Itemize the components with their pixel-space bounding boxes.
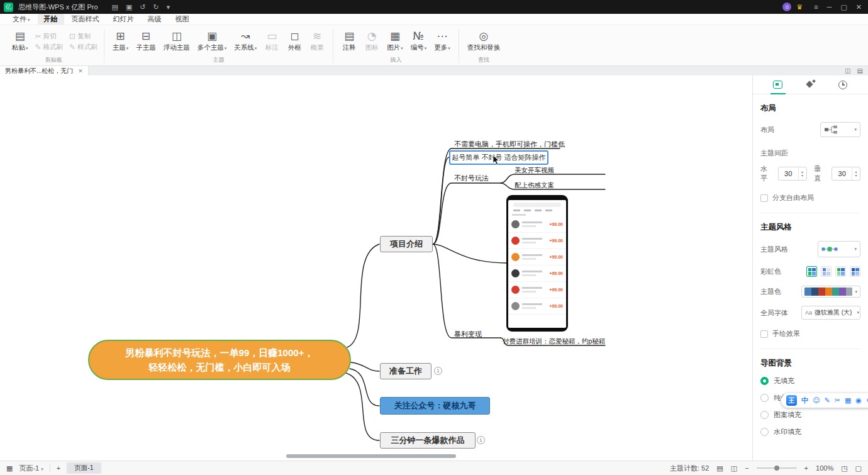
ime-mode-toggle[interactable]: 中 — [801, 397, 808, 404]
theme-color-dropdown[interactable]: ▾ — [801, 286, 860, 298]
save-icon[interactable]: ▤ — [112, 3, 118, 11]
minimize-button[interactable]: ─ — [827, 3, 832, 11]
free-layout-checkbox[interactable] — [760, 194, 768, 202]
mindmap-canvas[interactable]: 男粉暴利不封号玩法，一单99，日赚1000+， 轻轻松松，无门槛，小白即可入场 … — [0, 75, 752, 461]
node-paid-group-training[interactable]: 付费进群培训：恋爱秘籍，约p秘籍 — [503, 337, 605, 346]
cut-icon: ✂ — [35, 32, 42, 41]
bg-option-watermark[interactable]: 水印填充 — [760, 427, 860, 437]
style-painter-button[interactable]: ✎样式刷 — [69, 43, 97, 52]
node-sad-caption[interactable]: 配上伤感文案 — [515, 181, 554, 190]
zoom-out-button[interactable]: − — [745, 464, 748, 472]
bg-option-pattern[interactable]: 图案填充 — [760, 410, 860, 420]
ime-toolbar[interactable]: 王 中 ☺ ✎ ✂ ▦ ◉ ⚙ — [781, 393, 868, 408]
global-font-dropdown[interactable]: Aa 微软雅黑 (大) ▾ — [801, 306, 860, 320]
frame-button[interactable]: ◻外框 — [284, 28, 305, 54]
page-grid-icon[interactable]: ▦ — [6, 464, 13, 472]
ime-pen-icon[interactable]: ✎ — [824, 397, 830, 404]
menu-tab-file[interactable]: 文件▾ — [6, 14, 36, 25]
hand-drawn-checkbox[interactable] — [760, 330, 768, 338]
node-official-account[interactable]: 关注公众号：硬核九哥 — [380, 397, 490, 415]
rainbow-palette-3[interactable] — [835, 266, 846, 277]
central-topic-node[interactable]: 男粉暴利不封号玩法，一单99，日赚1000+， 轻轻松松，无门槛，小白即可入场 — [88, 340, 351, 380]
ime-emoji-icon[interactable]: ☺ — [813, 397, 820, 404]
maximize-button[interactable]: ▢ — [840, 3, 847, 11]
vip-icon[interactable]: ♛ — [796, 3, 803, 11]
multi-topic-button[interactable]: ▣多个主题▾ — [194, 28, 230, 54]
quick-access-caret-icon[interactable]: ▾ — [167, 3, 170, 11]
node-profit-monetization[interactable]: 暴利变现 — [454, 330, 482, 339]
node-beauty-video[interactable]: 美女开车视频 — [515, 166, 554, 175]
summary-button[interactable]: ≋概要 — [306, 28, 328, 54]
callout-button[interactable]: ▭标注 — [261, 28, 282, 54]
ime-scissors-icon[interactable]: ✂ — [835, 397, 840, 404]
bg-option-none[interactable]: 无填充 — [760, 376, 860, 386]
tab-ai-beautify[interactable] — [798, 75, 823, 94]
ime-logo[interactable]: 王 — [786, 395, 797, 406]
horizontal-spacing-stepper[interactable]: 30 ▴▾ — [778, 167, 807, 181]
phone-screenshot-image[interactable]: +99.00 +99.00 +99.00 +99.00 +99.00 +99.0… — [506, 195, 568, 332]
rainbow-palette-1[interactable] — [806, 266, 817, 277]
topic-button[interactable]: ⊞主题▾ — [109, 28, 132, 54]
menu-tab-advanced[interactable]: 高级 — [142, 14, 168, 25]
zoom-level[interactable]: 100% — [816, 464, 833, 472]
menu-tab-view[interactable]: 视图 — [169, 14, 196, 25]
vertical-spacing-stepper[interactable]: 30 ▴▾ — [832, 167, 860, 181]
node-no-ban-method[interactable]: 不封号玩法 — [454, 174, 489, 183]
node-three-minute-work[interactable]: 三分钟一条爆款作品 — [380, 432, 476, 449]
ime-keyboard-icon[interactable]: ▦ — [845, 397, 851, 404]
note-button[interactable]: ▤注释 — [338, 28, 360, 54]
fit-screen-icon[interactable]: ◳ — [841, 464, 847, 472]
chevron-down-icon: ▾ — [854, 127, 857, 132]
floating-topic-button[interactable]: ◫浮动主题 — [160, 28, 193, 54]
layout-dropdown[interactable]: ▾ — [820, 122, 860, 137]
rainbow-palette-4[interactable] — [850, 266, 860, 277]
hamburger-menu-icon[interactable]: ≡ — [814, 3, 818, 11]
node-preparation[interactable]: 准备工作 — [380, 363, 431, 379]
find-replace-button[interactable]: ◎查找和替换 — [464, 28, 504, 54]
chevron-down-icon: ▾ — [857, 310, 859, 315]
menu-tab-slides[interactable]: 幻灯片 — [107, 14, 140, 25]
zoom-slider-knob[interactable] — [774, 466, 779, 471]
numbering-button[interactable]: №编号▾ — [408, 28, 430, 54]
theme-style-dropdown[interactable]: ▾ — [818, 241, 860, 257]
transaction-row: +99.00 — [508, 282, 566, 298]
zoom-in-button[interactable]: + — [804, 464, 808, 472]
tab-history[interactable] — [830, 75, 855, 94]
undo-icon[interactable]: ↺ — [140, 3, 145, 11]
node-no-pc-needed[interactable]: 不需要电脑，手机即可操作，门槛低 — [454, 140, 565, 149]
cut-button[interactable]: ✂剪切 — [35, 32, 64, 41]
more-button[interactable]: ⋯更多▾ — [431, 28, 453, 54]
zoom-slider[interactable] — [757, 467, 797, 469]
image-button[interactable]: ▦图片▾ — [384, 28, 406, 54]
format-painter-button[interactable]: ✎格式刷 — [35, 43, 64, 52]
print-icon[interactable]: ▣ — [126, 3, 132, 11]
mouse-cursor — [492, 155, 501, 165]
ime-skin-icon[interactable]: ◉ — [855, 397, 862, 404]
panel-list-icon[interactable]: ▤ — [857, 67, 863, 74]
document-tab[interactable]: 男粉暴利不...松松，无门 ✕ — [0, 66, 89, 75]
page-selector[interactable]: 页面-1 ▾ — [19, 464, 43, 473]
tab-style[interactable] — [765, 75, 791, 94]
node-project-intro[interactable]: 项目介绍 — [380, 236, 433, 252]
horizontal-scrollbar[interactable] — [286, 454, 456, 458]
window-split-icon[interactable]: ◫ — [845, 67, 850, 74]
rainbow-palette-2[interactable] — [821, 266, 832, 277]
close-button[interactable]: ✕ — [856, 3, 862, 11]
user-avatar[interactable]: ☺ — [782, 3, 791, 11]
paste-button[interactable]: ▤ 粘贴▾ — [9, 28, 31, 54]
menu-tab-home[interactable]: 开始 — [38, 14, 64, 25]
page-tab[interactable]: 页面-1 — [67, 462, 101, 474]
menu-tab-page-style[interactable]: 页面样式 — [65, 14, 106, 25]
app-logo[interactable]: 亿 — [4, 3, 13, 12]
outline-view-icon[interactable]: ◫ — [731, 464, 737, 472]
page-view-icon[interactable]: ▤ — [716, 464, 723, 472]
redo-icon[interactable]: ↻ — [153, 3, 159, 11]
close-tab-icon[interactable]: ✕ — [78, 68, 83, 74]
icon-button[interactable]: ◔图标 — [361, 28, 382, 54]
copy-button[interactable]: ⊡复制 — [69, 32, 97, 41]
fullscreen-icon[interactable]: ▢ — [855, 464, 862, 472]
add-page-button[interactable]: + — [57, 464, 60, 472]
numbering-icon: № — [413, 30, 425, 42]
subtopic-button[interactable]: ⊟子主题 — [133, 28, 159, 54]
relation-line-button[interactable]: ↝关系线▾ — [231, 28, 260, 54]
